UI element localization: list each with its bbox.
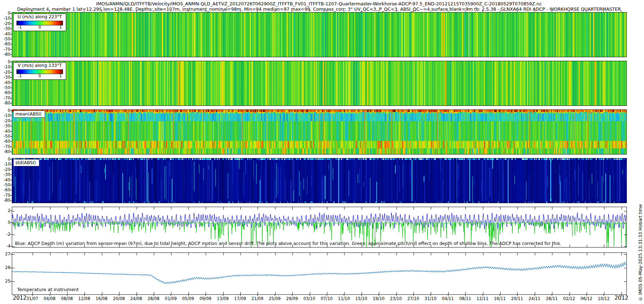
y-axis-tick-label: -70 xyxy=(0,47,10,52)
x-tick-mark xyxy=(465,10,465,12)
y-axis-tick-label: -20 xyxy=(0,118,10,123)
x-tick-mark xyxy=(361,10,362,12)
y-axis-tick-label: -10 xyxy=(0,162,10,167)
x-tick-mark xyxy=(292,10,292,12)
std-absi-label: std(ABSI) xyxy=(13,159,39,166)
y-tick-mark xyxy=(10,159,12,160)
panel-u-velocity: U (m/s) along 223°T -1 0 1 xyxy=(12,12,627,57)
colorbar-tick-label: -1 xyxy=(18,25,22,30)
y-tick-mark xyxy=(10,24,12,24)
x-tick-mark xyxy=(483,10,483,12)
x-tick-mark xyxy=(102,10,102,12)
colorbar-tick-label: 1 xyxy=(59,74,62,78)
panel-mean-absi: mean(ABSI) xyxy=(12,109,627,155)
y-tick-mark xyxy=(10,121,12,121)
x-tick-mark xyxy=(205,10,206,12)
u-legend-title: U (m/s) along 223°T xyxy=(14,14,66,19)
y-axis-tick-label: -2 xyxy=(0,232,10,237)
x-axis-date-label: 31/10 xyxy=(425,296,436,301)
mean-absi-heatmap-canvas xyxy=(12,110,626,154)
x-tick-mark xyxy=(448,10,448,12)
y-axis-tick-label: -30 xyxy=(0,26,10,31)
v-velocity-heatmap-canvas xyxy=(12,61,626,106)
x-tick-mark xyxy=(309,10,310,12)
y-axis-tick-label: -40 xyxy=(0,31,10,36)
x-tick-mark xyxy=(604,10,604,12)
panel-std-absi: std(ABSI) xyxy=(12,158,627,203)
y-axis-tick-label: -30 xyxy=(0,172,10,177)
y-tick-mark xyxy=(10,126,12,126)
y-tick-mark xyxy=(10,234,12,235)
y-axis-tick-label: -70 xyxy=(0,193,10,198)
std-absi-heatmap-canvas xyxy=(12,158,626,203)
x-axis-date-label: 21/09 xyxy=(252,296,263,301)
y-axis-tick-label: -50 xyxy=(0,134,10,139)
y-tick-mark xyxy=(10,136,12,137)
y-axis-tick-label: -60 xyxy=(0,90,10,95)
y-tick-mark xyxy=(10,200,12,201)
x-axis-date-label: 12/11 xyxy=(477,296,488,301)
x-axis-date-label: 16/08 xyxy=(96,296,107,301)
title-line-2: Deployment 4, member 1 lat=12.29S lon=12… xyxy=(12,6,626,12)
year-label-left: 2012 xyxy=(13,295,26,301)
y-axis-tick-label: -60 xyxy=(0,41,10,46)
y-axis-tick-label: 25 xyxy=(0,279,10,284)
x-tick-mark xyxy=(327,10,327,12)
colorbar-tick-label: 1 xyxy=(59,25,62,30)
u-colorbar-legend: U (m/s) along 223°T -1 0 1 xyxy=(13,14,66,31)
x-tick-mark xyxy=(171,10,171,12)
y-axis-tick-label: -70 xyxy=(0,95,10,100)
y-axis-tick-label: -4 xyxy=(0,244,10,249)
x-tick-mark xyxy=(379,10,379,12)
y-axis-tick-label: 0 xyxy=(0,59,10,64)
panel-temperature: Temperature at instrument xyxy=(12,252,627,295)
y-axis-tick-label: 26 xyxy=(0,265,10,270)
y-axis-tick-label: -30 xyxy=(0,123,10,128)
y-tick-mark xyxy=(10,164,12,165)
y-tick-mark xyxy=(10,88,12,88)
x-tick-mark xyxy=(413,10,414,12)
colorbar-tick-label: -1 xyxy=(18,74,22,78)
y-tick-mark xyxy=(10,116,12,116)
copyright-vertical-text: © IMOS 05-May-2025 13:31:33 Hobart time xyxy=(638,204,643,301)
y-tick-mark xyxy=(10,98,12,98)
y-tick-mark xyxy=(10,222,12,223)
x-tick-mark xyxy=(344,10,344,12)
x-axis-date-label: 01/09 xyxy=(165,296,177,301)
x-axis-date-label: 13/09 xyxy=(217,296,229,301)
y-axis-tick-label: -50 xyxy=(0,36,10,41)
x-axis-date-label: 07/10 xyxy=(321,296,332,301)
x-tick-mark xyxy=(586,10,587,12)
y-axis-tick-label: -80 xyxy=(0,100,10,106)
x-tick-mark xyxy=(50,10,50,12)
y-tick-mark xyxy=(10,170,12,170)
y-tick-mark xyxy=(10,175,12,175)
y-axis-tick-label: -50 xyxy=(0,182,10,187)
x-axis-date-label: 12/08 xyxy=(78,296,90,301)
x-tick-mark xyxy=(84,10,84,12)
y-tick-mark xyxy=(10,131,12,132)
x-axis-date-label: 11/10 xyxy=(338,296,350,301)
x-axis-date-label: 02/12 xyxy=(563,296,575,301)
x-axis-date-label: 08/08 xyxy=(61,296,73,301)
y-tick-mark xyxy=(10,103,12,103)
x-tick-mark xyxy=(275,10,275,12)
x-tick-mark xyxy=(535,10,535,12)
x-axis-date-label: 23/10 xyxy=(390,296,402,301)
y-tick-mark xyxy=(10,281,12,281)
y-tick-mark xyxy=(10,152,12,152)
x-axis-date-label: 25/09 xyxy=(269,296,280,301)
temperature-line-canvas xyxy=(12,253,626,294)
v-legend-title: V (m/s) along 133°T xyxy=(14,63,66,68)
x-tick-mark xyxy=(223,10,223,12)
y-tick-mark xyxy=(10,77,12,78)
y-tick-mark xyxy=(10,13,12,14)
x-axis-date-label: 29/09 xyxy=(286,296,298,301)
y-axis-tick-label: -20 xyxy=(0,167,10,172)
x-tick-mark xyxy=(153,10,154,12)
x-tick-mark xyxy=(257,10,258,12)
v-colorbar-legend: V (m/s) along 133°T -1 0 1 xyxy=(13,62,66,80)
panel-depth-variation: Blue: ADCP Depth (m) variation from sens… xyxy=(12,207,627,247)
y-tick-mark xyxy=(10,141,12,142)
x-axis-date-label: 31/07 xyxy=(26,296,38,301)
